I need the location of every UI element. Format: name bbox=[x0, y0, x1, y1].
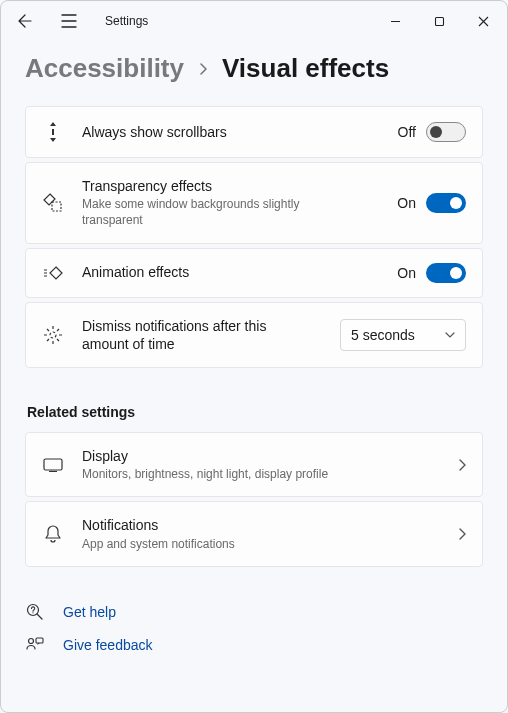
svg-point-5 bbox=[32, 612, 33, 613]
arrow-left-icon bbox=[17, 13, 33, 29]
bell-icon bbox=[42, 524, 64, 544]
svg-rect-7 bbox=[36, 638, 43, 643]
related-title: Notifications bbox=[82, 516, 458, 534]
maximize-icon bbox=[434, 16, 445, 27]
menu-button[interactable] bbox=[53, 5, 85, 37]
select-value: 5 seconds bbox=[351, 327, 415, 343]
toggle-state-label: On bbox=[397, 195, 416, 211]
chevron-right-icon bbox=[198, 62, 208, 76]
get-help-link[interactable]: Get help bbox=[25, 603, 483, 621]
scrollbars-icon bbox=[42, 121, 64, 143]
related-notifications[interactable]: Notifications App and system notificatio… bbox=[25, 501, 483, 566]
back-button[interactable] bbox=[9, 5, 41, 37]
svg-rect-0 bbox=[435, 17, 443, 25]
animation-icon bbox=[42, 266, 64, 280]
setting-transparency: Transparency effects Make some window ba… bbox=[25, 162, 483, 244]
setting-title: Transparency effects bbox=[82, 177, 397, 195]
setting-title: Dismiss notifications after this amount … bbox=[82, 317, 272, 353]
related-settings-header: Related settings bbox=[27, 404, 483, 420]
setting-animation: Animation effects On bbox=[25, 248, 483, 298]
minimize-icon bbox=[390, 16, 401, 27]
setting-title: Always show scrollbars bbox=[82, 123, 398, 141]
chevron-right-icon bbox=[458, 459, 466, 471]
animation-toggle[interactable] bbox=[426, 263, 466, 283]
feedback-link-text: Give feedback bbox=[63, 637, 153, 653]
transparency-icon bbox=[42, 193, 64, 213]
dismiss-time-select[interactable]: 5 seconds bbox=[340, 319, 466, 351]
feedback-icon bbox=[25, 637, 45, 653]
chevron-right-icon bbox=[458, 528, 466, 540]
setting-subtitle: Make some window backgrounds slightly tr… bbox=[82, 196, 342, 228]
setting-scrollbars: Always show scrollbars Off bbox=[25, 106, 483, 158]
related-subtitle: App and system notifications bbox=[82, 536, 458, 552]
window-title: Settings bbox=[105, 14, 148, 28]
setting-dismiss-time: Dismiss notifications after this amount … bbox=[25, 302, 483, 368]
hamburger-icon bbox=[61, 14, 77, 28]
help-link-text: Get help bbox=[63, 604, 116, 620]
svg-point-2 bbox=[50, 332, 56, 338]
toggle-state-label: On bbox=[397, 265, 416, 281]
breadcrumb-current: Visual effects bbox=[222, 53, 389, 84]
brightness-icon bbox=[42, 325, 64, 345]
svg-point-6 bbox=[29, 638, 34, 643]
maximize-button[interactable] bbox=[417, 5, 461, 37]
breadcrumb: Accessibility Visual effects bbox=[25, 53, 483, 84]
related-display[interactable]: Display Monitors, brightness, night ligh… bbox=[25, 432, 483, 497]
help-icon bbox=[25, 603, 45, 621]
give-feedback-link[interactable]: Give feedback bbox=[25, 637, 483, 653]
related-title: Display bbox=[82, 447, 458, 465]
display-icon bbox=[42, 458, 64, 472]
close-icon bbox=[478, 16, 489, 27]
chevron-down-icon bbox=[445, 332, 455, 338]
related-subtitle: Monitors, brightness, night light, displ… bbox=[82, 466, 458, 482]
scrollbars-toggle[interactable] bbox=[426, 122, 466, 142]
breadcrumb-parent[interactable]: Accessibility bbox=[25, 53, 184, 84]
svg-rect-1 bbox=[52, 202, 61, 211]
transparency-toggle[interactable] bbox=[426, 193, 466, 213]
minimize-button[interactable] bbox=[373, 5, 417, 37]
close-button[interactable] bbox=[461, 5, 505, 37]
toggle-state-label: Off bbox=[398, 124, 416, 140]
setting-title: Animation effects bbox=[82, 263, 397, 281]
svg-rect-3 bbox=[44, 459, 62, 470]
